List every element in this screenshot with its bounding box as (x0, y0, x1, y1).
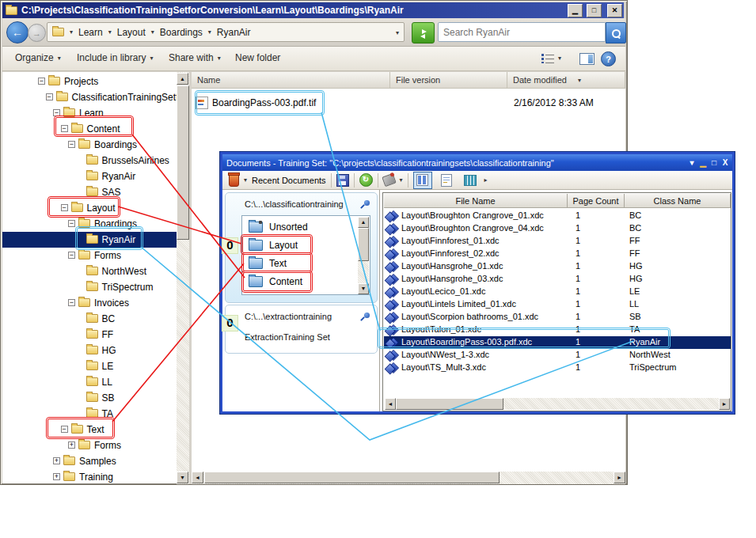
collapse-toggle-icon[interactable]: − (68, 299, 75, 306)
search-box[interactable] (438, 22, 606, 42)
breadcrumb-separator-icon[interactable]: ▾ (208, 28, 211, 36)
table-scroll-right-icon[interactable]: ► (719, 398, 730, 410)
preview-pane-button[interactable] (579, 53, 595, 65)
tree-item-trispectrum[interactable]: TriSpectrum (2, 279, 177, 295)
crumb-boardings[interactable]: Boardings (160, 27, 203, 38)
collapse-toggle-icon[interactable]: − (68, 141, 75, 148)
collapse-toggle-icon[interactable]: − (68, 220, 75, 227)
collapse-toggle-icon[interactable]: − (46, 93, 53, 100)
breadcrumb-separator-icon[interactable]: ▾ (70, 28, 73, 36)
class-scroll-thumb[interactable] (358, 228, 369, 261)
address-dropdown-icon[interactable]: ▾ (396, 29, 399, 36)
class-item-content[interactable]: Content (244, 273, 347, 290)
toolbar-organize[interactable]: Organize▾ (15, 52, 61, 63)
tree-item-training[interactable]: +Training (2, 469, 177, 483)
toolbar-share-with[interactable]: Share with▾ (169, 52, 221, 63)
document-row-layout-nwest-1-3-xdc[interactable]: Layout\NWest_1-3.xdc1NorthWest (384, 349, 731, 362)
doc-column-header-class-name[interactable]: Class Name (625, 194, 731, 208)
view-document-button[interactable] (437, 172, 456, 189)
toolbar-overflow-icon[interactable]: ▸ (484, 176, 488, 184)
document-row-layout-finnforest-02-xdc[interactable]: Layout\Finnforest_02.xdc1FF (384, 248, 731, 260)
tree-item-bc[interactable]: BC (2, 311, 177, 327)
tree-item-hg[interactable]: HG (2, 343, 177, 358)
tree-item-northwest[interactable]: NorthWest (2, 263, 177, 279)
back-button[interactable]: ← (6, 21, 28, 44)
tree-item-ff[interactable]: FF (2, 327, 177, 343)
document-row-layout-hansgrohe-01-xdc[interactable]: Layout\Hansgrohe_01.xdc1HG (384, 260, 731, 273)
pin-icon[interactable] (361, 312, 370, 321)
class-scroll-up-icon[interactable]: ▲ (358, 217, 369, 228)
collapse-toggle-icon[interactable]: − (61, 125, 68, 132)
tree-item-projects[interactable]: −Projects (2, 74, 177, 89)
tree-item-brusselsairlines[interactable]: BrusselsAirlines (2, 153, 177, 169)
tool-dropdown-icon[interactable]: ▾ (400, 176, 403, 184)
minimize-button[interactable]: ▁ (568, 4, 583, 17)
delete-dropdown-icon[interactable]: ▾ (244, 176, 247, 184)
save-icon[interactable] (336, 174, 349, 187)
tree-scroll-thumb[interactable] (177, 85, 189, 240)
file-scroll-right-icon[interactable]: ► (614, 472, 625, 483)
close-button[interactable]: ✕ (607, 4, 622, 17)
expand-toggle-icon[interactable]: + (68, 441, 75, 449)
class-item-unsorted[interactable]: Unsorted (244, 218, 347, 236)
classify-tool-icon[interactable] (382, 173, 397, 187)
delete-icon[interactable] (229, 174, 239, 187)
help-button[interactable]: ? (601, 51, 616, 66)
change-view-button[interactable]: ▾ (541, 53, 561, 63)
tree-item-ta[interactable]: TA (2, 406, 177, 422)
tree-scroll-down-icon[interactable]: ▼ (177, 472, 188, 483)
file-row[interactable]: BoardingPass-003.pdf.tif (196, 95, 316, 111)
document-row-layout-broughton-crangrove-01-xdc[interactable]: Layout\Broughton Crangrove_01.xdc1BC (384, 210, 731, 222)
search-input[interactable] (439, 23, 614, 41)
class-item-layout[interactable]: Layout (244, 237, 347, 254)
tree-item-layout[interactable]: −Layout (2, 200, 177, 216)
tree-item-content[interactable]: −Content (2, 121, 177, 137)
tree-item-learn[interactable]: −Learn (2, 105, 177, 121)
doc-column-header-page-count[interactable]: Page Count (568, 194, 625, 208)
tree-item-le[interactable]: LE (2, 358, 177, 374)
tree-item-ryanair[interactable]: RyanAir (2, 169, 177, 184)
tree-item-forms[interactable]: −Forms (2, 248, 177, 263)
tree-item-samples[interactable]: +Samples (2, 453, 177, 469)
refresh-icon[interactable]: ↻ (359, 173, 373, 187)
maximize-button[interactable]: □ (709, 157, 720, 169)
doc-column-header-file-name[interactable]: File Name (384, 194, 568, 208)
crumb-ryanair[interactable]: RyanAir (217, 27, 251, 38)
tree-item-sas[interactable]: SAS (2, 184, 177, 200)
toolbar-include-in-library[interactable]: Include in library▾ (77, 52, 153, 63)
table-scroll-thumb[interactable] (396, 398, 503, 410)
tree-item-text[interactable]: −Text (2, 422, 177, 438)
tree-item-classificationtrainingsetforc[interactable]: −ClassificationTrainingSetforC (2, 89, 177, 105)
column-header-file-version[interactable]: File version (390, 72, 507, 89)
view-columns-button[interactable] (413, 172, 432, 189)
document-row-layout-lintels-limited-01-xdc[interactable]: Layout\Lintels Limited_01.xdc1LL (384, 298, 731, 311)
search-button[interactable] (606, 22, 626, 44)
recent-documents-button[interactable]: Recent Documents (252, 176, 326, 185)
class-item-text[interactable]: Text (244, 255, 347, 272)
tree-scroll-up-icon[interactable]: ▲ (177, 73, 188, 85)
document-row-layout-talon-01-xdc[interactable]: Layout\Talon_01.xdc1TA (384, 324, 731, 336)
document-row-layout-hansgrohe-03-xdc[interactable]: Layout\Hansgrohe_03.xdc1HG (384, 273, 731, 286)
tree-item-ll[interactable]: LL (2, 374, 177, 390)
table-scroll-left-icon[interactable]: ◄ (385, 398, 396, 410)
collapse-toggle-icon[interactable]: − (61, 426, 68, 433)
tree-item-boardings[interactable]: −Boardings (2, 137, 177, 153)
forward-button[interactable]: → (28, 24, 46, 42)
maximize-button[interactable]: □ (587, 4, 602, 17)
column-header-name[interactable]: Name (192, 72, 390, 89)
tree-item-boardings[interactable]: −Boardings (2, 216, 177, 232)
document-row-layout-boardingpass-003-pdf-xdc[interactable]: Layout\BoardingPass-003.pdf.xdc1RyanAir (384, 336, 731, 349)
toolbar-new-folder[interactable]: New folder (235, 52, 280, 63)
tree-item-sb[interactable]: SB (2, 390, 177, 406)
expand-toggle-icon[interactable]: + (53, 473, 60, 480)
tree-item-ryanair[interactable]: RyanAir (2, 232, 177, 248)
collapse-toggle-icon[interactable]: − (53, 109, 60, 116)
refresh-button[interactable] (412, 22, 435, 44)
view-grid-button[interactable] (461, 172, 480, 189)
document-row-layout-scorpion-bathrooms-01-xdc[interactable]: Layout\Scorpion bathrooms_01.xdc1SB (384, 311, 731, 324)
tree-item-forms[interactable]: +Forms (2, 438, 177, 453)
crumb-layout[interactable]: Layout (117, 27, 146, 38)
class-scroll-down-icon[interactable]: ▼ (358, 283, 369, 294)
file-scroll-left-icon[interactable]: ◄ (192, 472, 203, 483)
column-header-date-modified[interactable]: Date modified▾ (507, 72, 625, 89)
